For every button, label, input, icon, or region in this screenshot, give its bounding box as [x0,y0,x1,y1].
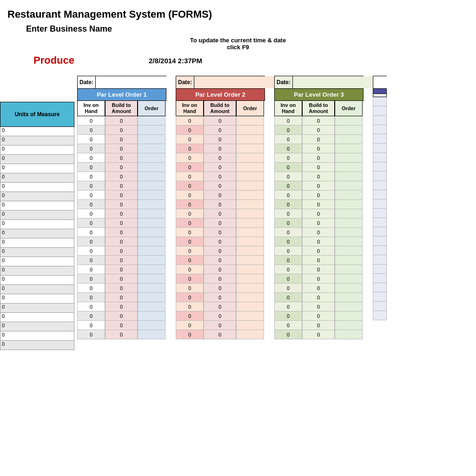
order-cell[interactable] [335,209,363,218]
inv-cell[interactable]: 0 [274,311,302,321]
order-cell[interactable] [236,256,264,265]
inv-cell[interactable]: 0 [77,209,105,218]
inv-cell[interactable]: 0 [77,265,105,274]
inv-cell[interactable]: 0 [77,144,105,153]
inv-cell[interactable]: 0 [77,191,105,200]
order-cell[interactable] [335,116,363,126]
order-cell[interactable] [236,311,264,321]
order-cell[interactable] [335,191,363,200]
inv-cell[interactable]: 0 [176,321,204,330]
order-cell[interactable] [236,246,264,256]
order-cell[interactable] [236,237,264,246]
order-cell[interactable] [138,126,165,135]
inv-cell[interactable]: 0 [176,153,204,163]
inv-cell[interactable]: 0 [274,135,302,144]
order-cell[interactable] [335,181,363,191]
order-cell[interactable] [236,321,264,330]
inv-cell[interactable]: 0 [176,135,204,144]
order-cell[interactable] [335,126,363,135]
order-cell[interactable] [236,265,264,274]
inv-cell[interactable]: 0 [274,274,302,284]
inv-cell[interactable]: 0 [176,200,204,209]
order-cell[interactable] [138,284,165,293]
order-cell[interactable] [335,246,363,256]
order-cell[interactable] [335,284,363,293]
inv-cell[interactable]: 0 [77,237,105,246]
inv-cell[interactable]: 0 [77,126,105,135]
inv-cell[interactable]: 0 [274,163,302,172]
inv-cell[interactable]: 0 [77,181,105,191]
order-cell[interactable] [236,209,264,218]
order-cell[interactable] [138,163,165,172]
order-cell[interactable] [138,256,165,265]
order-cell[interactable] [138,172,165,181]
order-cell[interactable] [335,144,363,153]
inv-cell[interactable]: 0 [274,228,302,237]
inv-cell[interactable]: 0 [176,311,204,321]
inv-cell[interactable]: 0 [176,163,204,172]
order-cell[interactable] [335,135,363,144]
inv-cell[interactable]: 0 [77,228,105,237]
inv-cell[interactable]: 0 [77,274,105,284]
inv-cell[interactable]: 0 [77,302,105,311]
inv-cell[interactable]: 0 [274,321,302,330]
order-cell[interactable] [236,144,264,153]
inv-cell[interactable]: 0 [176,126,204,135]
order-cell[interactable] [335,293,363,302]
order-cell[interactable] [138,246,165,256]
order-cell[interactable] [236,330,264,339]
table3-date-input[interactable] [292,76,375,88]
inv-cell[interactable]: 0 [77,311,105,321]
order-cell[interactable] [138,116,165,126]
order-cell[interactable] [335,228,363,237]
inv-cell[interactable]: 0 [176,265,204,274]
inv-cell[interactable]: 0 [274,302,302,311]
inv-cell[interactable]: 0 [274,144,302,153]
inv-cell[interactable]: 0 [77,135,105,144]
order-cell[interactable] [335,200,363,209]
order-cell[interactable] [335,218,363,228]
inv-cell[interactable]: 0 [77,256,105,265]
inv-cell[interactable]: 0 [274,200,302,209]
order-cell[interactable] [236,181,264,191]
order-cell[interactable] [335,311,363,321]
order-cell[interactable] [236,126,264,135]
inv-cell[interactable]: 0 [274,172,302,181]
order-cell[interactable] [138,274,165,284]
inv-cell[interactable]: 0 [176,116,204,126]
inv-cell[interactable]: 0 [77,284,105,293]
order-cell[interactable] [236,302,264,311]
order-cell[interactable] [236,191,264,200]
inv-cell[interactable]: 0 [176,237,204,246]
order-cell[interactable] [335,265,363,274]
order-cell[interactable] [138,237,165,246]
order-cell[interactable] [236,200,264,209]
inv-cell[interactable]: 0 [176,144,204,153]
inv-cell[interactable]: 0 [274,116,302,126]
inv-cell[interactable]: 0 [274,126,302,135]
order-cell[interactable] [138,153,165,163]
order-cell[interactable] [138,302,165,311]
inv-cell[interactable]: 0 [176,209,204,218]
order-cell[interactable] [335,256,363,265]
order-cell[interactable] [236,274,264,284]
order-cell[interactable] [138,311,165,321]
inv-cell[interactable]: 0 [274,330,302,339]
order-cell[interactable] [236,163,264,172]
inv-cell[interactable]: 0 [274,191,302,200]
order-cell[interactable] [335,274,363,284]
inv-cell[interactable]: 0 [176,181,204,191]
order-cell[interactable] [138,293,165,302]
inv-cell[interactable]: 0 [77,153,105,163]
inv-cell[interactable]: 0 [274,256,302,265]
inv-cell[interactable]: 0 [77,116,105,126]
inv-cell[interactable]: 0 [77,200,105,209]
order-cell[interactable] [335,321,363,330]
inv-cell[interactable]: 0 [77,293,105,302]
order-cell[interactable] [236,293,264,302]
order-cell[interactable] [138,181,165,191]
inv-cell[interactable]: 0 [77,163,105,172]
inv-cell[interactable]: 0 [77,330,105,339]
order-cell[interactable] [236,172,264,181]
inv-cell[interactable]: 0 [77,246,105,256]
